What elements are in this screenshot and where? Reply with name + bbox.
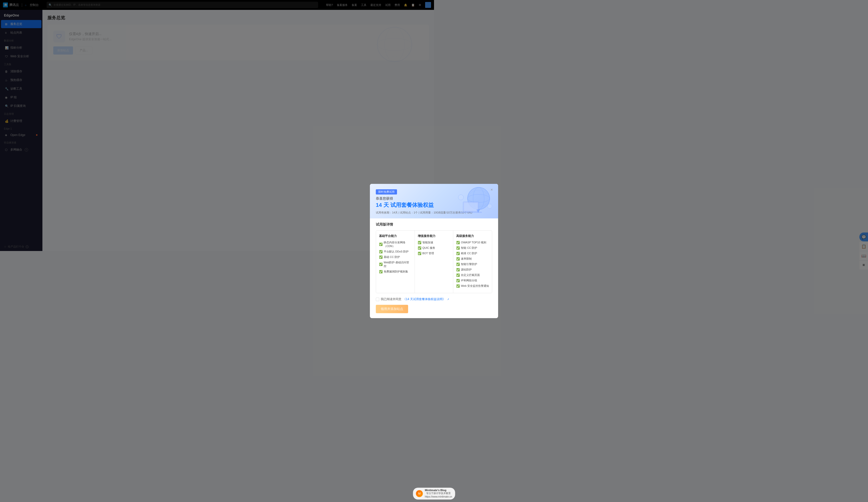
check-icon: ✅	[379, 243, 382, 246]
basic-item-1: ✅ 静态内容分发网络（CDN）	[379, 241, 412, 248]
basic-item-label: 静态内容分发网络（CDN）	[384, 241, 412, 248]
value-item-1: ✅ 智能加速	[418, 241, 434, 244]
modal-overlay[interactable]: × 限时免费试用 恭喜您获得 14 天 试用套餐体验权益 试用有效期：14天 |…	[0, 0, 434, 251]
modal-body: 试用版详情 基础平台能力 ✅ 静态内容分发网络（CDN） ✅ 平台默认 DDoS…	[370, 219, 434, 251]
basic-item-label: 平台默认 DDoS 防护	[384, 250, 409, 251]
value-item-2: ✅ QUIC 服务	[418, 246, 434, 250]
value-item-label: 智能加速	[422, 241, 433, 244]
features-grid: 基础平台能力 ✅ 静态内容分发网络（CDN） ✅ 平台默认 DDoS 防护 ✅ …	[376, 230, 434, 251]
trial-details-title: 试用版详情	[376, 222, 434, 227]
trial-badge: 限时免费试用	[376, 189, 397, 194]
check-icon: ✅	[418, 241, 421, 244]
basic-item-2: ✅ 平台默认 DDoS 防护	[379, 250, 412, 251]
check-icon: ✅	[418, 246, 421, 250]
basic-title: 基础平台能力	[379, 234, 412, 238]
check-icon: ✅	[379, 250, 382, 251]
feature-col-value: 增值服务能力 ✅ 智能加速 ✅ QUIC 服务 ✅ BOT 管理	[415, 231, 434, 251]
modal-header: × 限时免费试用 恭喜您获得 14 天 试用套餐体验权益 试用有效期：14天 |…	[370, 184, 434, 219]
value-title: 增值服务能力	[418, 234, 434, 238]
modal-title-sub: 恭喜您获得	[376, 197, 434, 201]
trial-modal: × 限时免费试用 恭喜您获得 14 天 试用套餐体验权益 试用有效期：14天 |…	[370, 184, 434, 251]
modal-title-main: 14 天 试用套餐体验权益	[376, 201, 434, 209]
feature-col-basic: 基础平台能力 ✅ 静态内容分发网络（CDN） ✅ 平台默认 DDoS 防护 ✅ …	[376, 231, 415, 251]
modal-subtitle: 试用有效期：14天 | 试用站点：1个 | 试用用量：10GB流量/10万次请求…	[376, 211, 434, 214]
value-item-label: QUIC 服务	[422, 246, 434, 250]
